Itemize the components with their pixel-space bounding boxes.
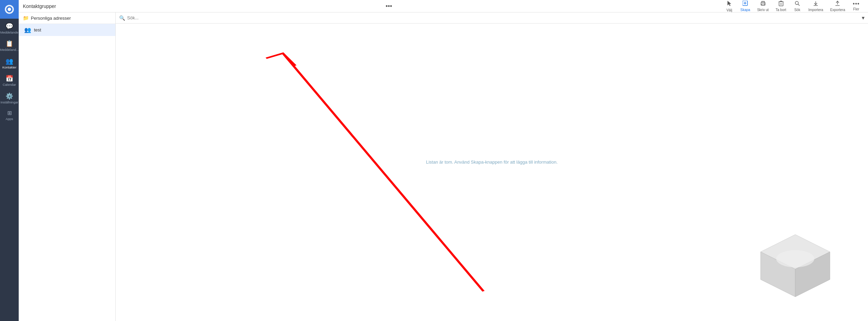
skriv-ut-label: Skriv ut: [757, 8, 769, 12]
more-options-button[interactable]: •••: [386, 3, 392, 9]
skriv-ut-button[interactable]: Skriv ut: [754, 0, 772, 12]
search-icon: [795, 1, 800, 7]
installningar-icon: ⚙️: [6, 93, 13, 99]
topbar: Kontaktgrupper ••• Välj: [19, 0, 868, 12]
svg-point-24: [776, 250, 814, 267]
skapa-icon: [743, 1, 748, 7]
sort-dropdown[interactable]: ▾: [862, 15, 865, 21]
folder-icon: 📁: [23, 15, 29, 21]
fler-label: Fler: [853, 7, 859, 11]
sidebar-item-label: Meddelande: [0, 30, 18, 34]
right-panel: 🔍 ▾ Listan är tom. Använd Skapa-knappen …: [116, 12, 868, 321]
sidebar-item-apps[interactable]: ⊞ Apps: [0, 108, 19, 123]
sidebar-item-label6: Apps: [6, 117, 13, 121]
left-panel-header: 📁 Personliga adresser: [19, 12, 115, 24]
svg-line-20: [283, 53, 484, 291]
valj-button[interactable]: Välj: [722, 0, 737, 13]
sok-label: Sök: [794, 8, 800, 12]
sidebar-item-label5: Inställningar: [0, 100, 18, 104]
sidebar-item-calendar[interactable]: 📅 Calendar: [0, 73, 19, 89]
valj-label: Välj: [726, 8, 732, 12]
svg-point-2: [8, 8, 11, 11]
import-icon: [813, 1, 818, 7]
sidebar-item-meddelande[interactable]: 💬 Meddelande: [0, 20, 19, 37]
left-panel: 📁 Personliga adresser 👥 test: [19, 12, 116, 321]
sidebar-item-label2: Meddeland...: [0, 48, 19, 52]
calendar-icon: 📅: [6, 75, 13, 82]
sidebar-item-installningar[interactable]: ⚙️ Inställningar: [0, 90, 19, 107]
sidebar-item-kontakter[interactable]: 👥 Kontakter: [0, 55, 19, 72]
search-bar: 🔍 ▾: [116, 12, 868, 24]
fler-button[interactable]: ••• Fler: [849, 0, 864, 12]
skapa-button[interactable]: Skapa: [737, 0, 754, 12]
svg-point-8: [764, 3, 765, 3]
content-body: 📁 Personliga adresser 👥 test 🔍 ▾ Listan …: [19, 12, 868, 321]
sidebar-item-label4: Calendar: [3, 83, 16, 86]
arrow-annotation: [116, 24, 868, 321]
search-icon: 🔍: [119, 15, 125, 21]
sidebar-logo: [0, 0, 19, 19]
search-input[interactable]: [127, 15, 860, 20]
svg-line-15: [798, 4, 799, 5]
meddelande-icon: 💬: [6, 23, 13, 29]
group-item-label: test: [34, 27, 41, 33]
apps-icon: ⊞: [7, 110, 12, 116]
empty-state: Listan är tom. Använd Skapa-knappen för …: [116, 24, 868, 321]
sidebar: 💬 Meddelande 📋 Meddeland... 👥 Kontakter …: [0, 0, 19, 321]
kontakter-icon: 👥: [6, 58, 13, 64]
ta-bort-button[interactable]: Ta bort: [772, 0, 790, 12]
main-area: Kontaktgrupper ••• Välj: [19, 0, 868, 321]
toolbar-actions: Välj Skapa: [722, 0, 864, 13]
exportera-button[interactable]: Exportera: [827, 0, 849, 12]
sok-button[interactable]: Sök: [790, 0, 805, 12]
meddeland2-icon: 📋: [6, 40, 13, 47]
ta-bort-label: Ta bort: [776, 8, 786, 12]
empty-box-illustration: [757, 231, 833, 300]
group-list-item-test[interactable]: 👥 test: [19, 24, 115, 36]
group-icon: 👥: [24, 27, 31, 33]
page-title: Kontaktgrupper: [23, 3, 56, 9]
folder-label: Personliga adresser: [31, 16, 71, 21]
exportera-label: Exportera: [830, 8, 845, 12]
empty-text: Listan är tom. Använd Skapa-knappen för …: [426, 159, 558, 165]
sidebar-item-meddeland2[interactable]: 📋 Meddeland...: [0, 38, 19, 54]
more-icon: •••: [853, 1, 860, 7]
importera-button[interactable]: Importera: [805, 0, 827, 12]
export-icon: [835, 1, 840, 7]
delete-icon: [779, 1, 783, 7]
importera-label: Importera: [808, 8, 823, 12]
print-icon: [760, 1, 766, 7]
svg-rect-9: [779, 2, 783, 6]
cursor-icon: [727, 0, 732, 8]
skapa-label: Skapa: [741, 8, 750, 12]
sidebar-item-label3: Kontakter: [2, 65, 17, 69]
